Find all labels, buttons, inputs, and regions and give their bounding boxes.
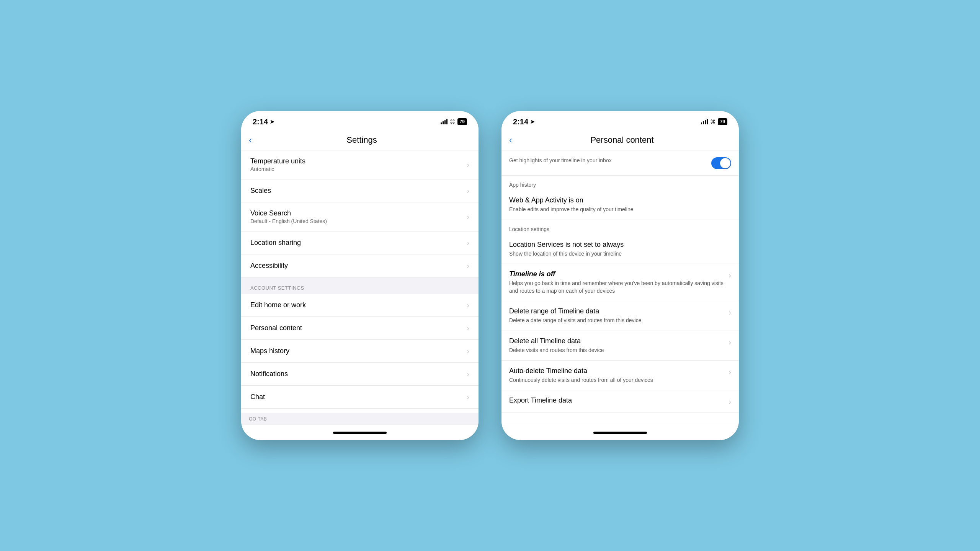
list-item-personal-content[interactable]: Personal content ›	[241, 317, 479, 340]
pc-item-location-services[interactable]: Location Services is not set to always S…	[501, 235, 739, 264]
chevron-icon: ›	[467, 160, 469, 169]
item-title-timeline: Timeline is off	[509, 270, 728, 278]
go-tab-bar: GO TAB	[241, 413, 479, 425]
location-settings-label: Location settings	[501, 220, 739, 235]
item-subtitle: Default - English (United States)	[250, 218, 467, 224]
chevron-icon: ›	[467, 238, 469, 247]
time-left: 2:14 ➤	[253, 117, 274, 126]
app-history-label: App history	[501, 176, 739, 190]
pc-item-delete-range[interactable]: Delete range of Timeline data Delete a d…	[501, 301, 739, 331]
item-title: Delete all Timeline data	[509, 337, 728, 345]
list-item-voice-search[interactable]: Voice Search Default - English (United S…	[241, 202, 479, 231]
item-title: Location Services is not set to always	[509, 241, 731, 249]
item-subtitle: Automatic	[250, 166, 467, 172]
item-subtitle: Continuously delete visits and routes fr…	[509, 377, 728, 384]
list-item-chat[interactable]: Chat ›	[241, 386, 479, 409]
list-item-temperature[interactable]: Temperature units Automatic ›	[241, 150, 479, 179]
signal-icon-left	[441, 119, 448, 124]
item-title: Delete range of Timeline data	[509, 307, 728, 315]
chevron-icon: ›	[467, 324, 469, 333]
wifi-icon-right: ⌘	[710, 119, 715, 125]
chevron-icon: ›	[467, 347, 469, 355]
item-title: Notifications	[250, 370, 467, 378]
home-indicator-right	[593, 432, 647, 434]
item-title: Chat	[250, 393, 467, 401]
item-title: Temperature units	[250, 157, 467, 165]
phones-container: 2:14 ➤ ⌘ 79 ‹ Settings	[241, 111, 739, 440]
item-subtitle: Delete a date range of visits and routes…	[509, 317, 728, 324]
status-bar-right: 2:14 ➤ ⌘ 79	[501, 111, 739, 130]
back-button-right[interactable]: ‹	[509, 135, 521, 145]
item-subtitle: Enable edits and improve the quality of …	[509, 206, 731, 214]
chevron-icon: ›	[728, 338, 731, 347]
pc-item-web-app-activity[interactable]: Web & App Activity is on Enable edits an…	[501, 190, 739, 220]
chevron-icon: ›	[728, 368, 731, 377]
chevron-icon: ›	[467, 261, 469, 270]
list-item-maps-history[interactable]: Maps history ›	[241, 340, 479, 363]
item-title: Scales	[250, 187, 467, 195]
chevron-icon: ›	[728, 397, 731, 406]
status-icons-left: ⌘ 79	[441, 118, 467, 125]
account-settings-header: ACCOUNT SETTINGS	[241, 277, 479, 294]
pc-item-delete-all[interactable]: Delete all Timeline data Delete visits a…	[501, 331, 739, 361]
item-subtitle: Helps you go back in time and remember w…	[509, 280, 728, 295]
list-item-scales[interactable]: Scales ›	[241, 179, 479, 202]
chevron-icon: ›	[467, 186, 469, 195]
nav-bar-left: ‹ Settings	[241, 130, 479, 150]
phone-right: 2:14 ➤ ⌘ 79 ‹ Personal content	[501, 111, 739, 440]
pc-item-export[interactable]: Export Timeline data ›	[501, 390, 739, 412]
item-title: Location sharing	[250, 239, 467, 247]
list-item-accessibility[interactable]: Accessibility ›	[241, 254, 479, 277]
chevron-icon: ›	[467, 212, 469, 221]
bottom-bar-left	[241, 425, 479, 440]
item-subtitle: Show the location of this device in your…	[509, 250, 731, 258]
time-right: 2:14 ➤	[513, 117, 535, 126]
item-title: Voice Search	[250, 209, 467, 217]
personal-content-content: Get highlights of your timeline in your …	[501, 150, 739, 425]
chevron-icon: ›	[728, 308, 731, 317]
phone-left: 2:14 ➤ ⌘ 79 ‹ Settings	[241, 111, 479, 440]
status-bar-left: 2:14 ➤ ⌘ 79	[241, 111, 479, 130]
chevron-icon: ›	[728, 271, 731, 280]
item-title: Accessibility	[250, 262, 467, 270]
page-title-right: Personal content	[524, 135, 720, 145]
chevron-icon: ›	[467, 301, 469, 310]
item-title: Auto-delete Timeline data	[509, 367, 728, 375]
battery-right: 79	[718, 118, 727, 125]
page-title-left: Settings	[264, 135, 459, 145]
bottom-bar-right	[501, 425, 739, 440]
status-icons-right: ⌘ 79	[701, 118, 727, 125]
pc-item-timeline-off[interactable]: Timeline is off Helps you go back in tim…	[501, 264, 739, 301]
nav-bar-right: ‹ Personal content	[501, 130, 739, 150]
list-item-edit-home[interactable]: Edit home or work ›	[241, 294, 479, 317]
chevron-icon: ›	[467, 370, 469, 378]
item-title: Personal content	[250, 324, 467, 332]
list-item-default-apps[interactable]: Default apps ›	[241, 409, 479, 413]
top-item-subtitle: Get highlights of your timeline in your …	[509, 157, 711, 163]
pc-item-auto-delete[interactable]: Auto-delete Timeline data Continuously d…	[501, 361, 739, 391]
wifi-icon-left: ⌘	[450, 119, 455, 125]
item-subtitle: Delete visits and routes from this devic…	[509, 347, 728, 354]
item-title: Edit home or work	[250, 301, 467, 309]
location-arrow-icon-right: ➤	[530, 119, 535, 125]
chevron-icon: ›	[467, 393, 469, 401]
item-title: Web & App Activity is on	[509, 196, 731, 204]
item-title: Maps history	[250, 347, 467, 355]
item-title: Export Timeline data	[509, 396, 728, 404]
home-indicator-left	[333, 432, 387, 434]
go-tab-label: GO TAB	[249, 416, 267, 422]
toggle-knob	[720, 158, 730, 168]
location-arrow-icon: ➤	[270, 119, 274, 125]
signal-icon-right	[701, 119, 708, 124]
list-item-location-sharing[interactable]: Location sharing ›	[241, 231, 479, 254]
back-button-left[interactable]: ‹	[249, 135, 260, 145]
battery-left: 79	[457, 118, 467, 125]
list-item-notifications[interactable]: Notifications ›	[241, 363, 479, 386]
settings-content: Temperature units Automatic › Scales › V…	[241, 150, 479, 413]
top-toggle-item[interactable]: Get highlights of your timeline in your …	[501, 150, 739, 176]
timeline-highlights-toggle[interactable]	[711, 157, 731, 169]
